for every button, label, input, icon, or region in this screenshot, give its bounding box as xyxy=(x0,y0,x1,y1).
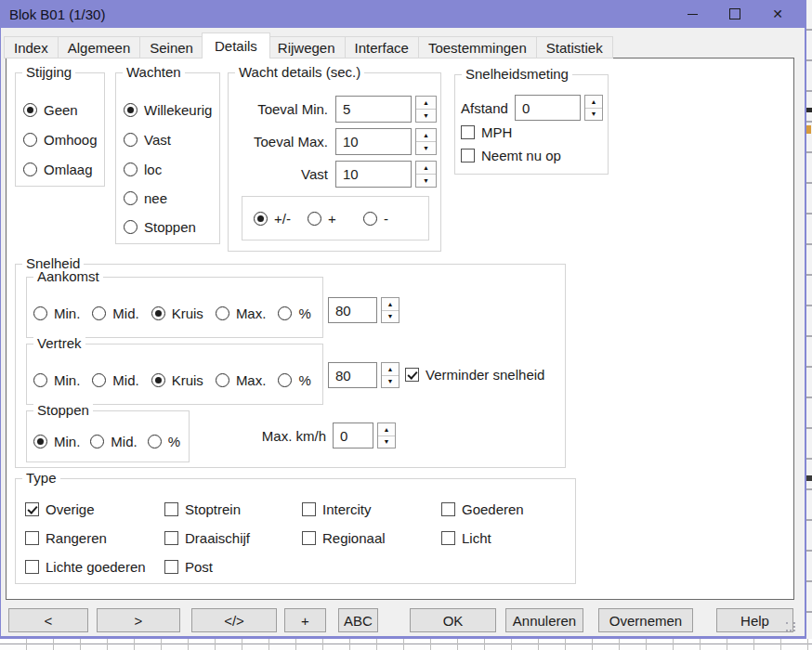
spin-up-button[interactable]: ▲ xyxy=(378,423,395,436)
radio-stoppen-min[interactable]: Min. xyxy=(33,434,80,449)
radio-label: Min. xyxy=(54,434,80,449)
checkbox-regionaal[interactable]: Regionaal xyxy=(302,530,386,546)
stoppen-group-title: Stoppen xyxy=(33,402,93,419)
checkbox-overige[interactable]: Overige xyxy=(25,501,95,517)
radio-loc[interactable]: loc xyxy=(124,162,162,177)
radio-vast[interactable]: Vast xyxy=(124,132,171,148)
close-button[interactable]: ✕ xyxy=(756,0,799,28)
radio-icon xyxy=(23,162,37,176)
checkbox-lichte-goederen[interactable]: Lichte goederen xyxy=(25,559,146,575)
radio-plus-minus[interactable]: +/- xyxy=(254,211,291,227)
spin-down-button[interactable]: ▼ xyxy=(585,109,602,121)
afstand-spinner: 0 ▲ ▼ xyxy=(515,95,603,121)
prev-next-button[interactable]: </> xyxy=(191,608,277,632)
radio-aankomst-min[interactable]: Min. xyxy=(33,306,80,321)
spin-buttons: ▲ ▼ xyxy=(415,128,437,155)
aankomst-speed-input[interactable]: 80 xyxy=(328,297,377,323)
radio-label: Max. xyxy=(236,372,267,388)
spin-down-button[interactable]: ▼ xyxy=(382,376,399,388)
spin-up-button[interactable]: ▲ xyxy=(416,162,436,175)
checkbox-verminder-snelheid[interactable]: Verminder snelheid xyxy=(405,367,544,383)
minimize-button[interactable] xyxy=(671,0,714,28)
tab-details[interactable]: Details xyxy=(202,32,270,58)
help-button[interactable]: Help xyxy=(716,608,793,632)
radio-label: Min. xyxy=(54,372,80,388)
checkbox-licht[interactable]: Licht xyxy=(441,530,491,546)
tab-toestemmingen[interactable]: Toestemmingen xyxy=(419,36,537,58)
wachten-group-title: Wachten xyxy=(123,64,185,81)
close-icon: ✕ xyxy=(772,7,783,20)
radio-stoppen-wachten[interactable]: Stoppen xyxy=(124,219,196,235)
tab-index[interactable]: Index xyxy=(4,36,59,58)
radio-label: Omhoog xyxy=(44,132,98,148)
prev-button[interactable]: < xyxy=(8,608,88,632)
checkbox-rangeren[interactable]: Rangeren xyxy=(25,530,107,546)
radio-minus[interactable]: - xyxy=(363,211,388,227)
resize-grip[interactable] xyxy=(786,622,797,633)
radio-aankomst-pct[interactable]: % xyxy=(278,306,310,321)
spin-down-button[interactable]: ▼ xyxy=(382,311,399,323)
spin-up-button[interactable]: ▲ xyxy=(382,298,399,311)
vast-input[interactable]: 10 xyxy=(335,161,412,188)
vertrek-speed-input[interactable]: 80 xyxy=(328,362,377,388)
abc-button[interactable]: ABC xyxy=(338,608,378,632)
tab-interface[interactable]: Interface xyxy=(346,36,419,58)
apply-button[interactable]: Overnemen xyxy=(598,608,693,632)
toeval-max-input[interactable]: 10 xyxy=(335,128,412,155)
radio-label: loc xyxy=(144,162,162,177)
radio-geen[interactable]: Geen xyxy=(23,102,78,118)
spin-down-button[interactable]: ▼ xyxy=(416,175,436,187)
radio-aankomst-mid[interactable]: Mid. xyxy=(92,306,138,321)
radio-willekeurig[interactable]: Willekeurig xyxy=(124,102,212,118)
wacht-details-group: Wacht details (sec.) Toeval Min. 5 ▲ ▼ T… xyxy=(228,72,441,252)
add-button[interactable]: + xyxy=(284,608,326,632)
afstand-input[interactable]: 0 xyxy=(515,95,581,121)
radio-nee[interactable]: nee xyxy=(124,190,167,206)
spin-down-button[interactable]: ▼ xyxy=(378,436,395,448)
radio-omhoog[interactable]: Omhoog xyxy=(23,132,98,148)
radio-stoppen-pct[interactable]: % xyxy=(148,434,180,449)
checkbox-neemt-nu-op[interactable]: Neemt nu op xyxy=(461,148,561,163)
radio-vertrek-kruis[interactable]: Kruis xyxy=(151,372,203,388)
tab-algemeen[interactable]: Algemeen xyxy=(59,36,141,58)
tab-bar: Index Algemeen Seinen Details Rijwegen I… xyxy=(4,32,613,58)
max-kmh-input[interactable]: 0 xyxy=(333,422,373,448)
spin-up-button[interactable]: ▲ xyxy=(416,97,436,110)
next-button[interactable]: > xyxy=(97,608,180,632)
window-title: Blok B01 (1/30) xyxy=(0,6,105,22)
radio-aankomst-max[interactable]: Max. xyxy=(216,306,267,321)
radio-stoppen-mid[interactable]: Mid. xyxy=(90,434,137,449)
title-bar[interactable]: Blok B01 (1/30) ✕ xyxy=(0,0,806,28)
toeval-max-label: Toeval Max. xyxy=(232,134,328,150)
radio-omlaag[interactable]: Omlaag xyxy=(23,162,93,177)
checkbox-draaischijf[interactable]: Draaischijf xyxy=(164,530,250,546)
spin-down-button[interactable]: ▼ xyxy=(416,142,436,154)
radio-icon xyxy=(33,306,47,320)
radio-label: % xyxy=(298,306,310,321)
tab-seinen[interactable]: Seinen xyxy=(140,36,203,58)
ok-button[interactable]: OK xyxy=(410,608,496,632)
maximize-button[interactable] xyxy=(714,0,756,28)
checkbox-post[interactable]: Post xyxy=(164,559,213,575)
tab-rijwegen[interactable]: Rijwegen xyxy=(268,36,346,58)
radio-vertrek-mid[interactable]: Mid. xyxy=(92,372,138,388)
spin-up-button[interactable]: ▲ xyxy=(416,129,436,142)
tab-statistiek[interactable]: Statistiek xyxy=(537,36,613,58)
radio-plus[interactable]: + xyxy=(308,211,336,227)
checkbox-mph[interactable]: MPH xyxy=(461,124,512,140)
spin-up-button[interactable]: ▲ xyxy=(585,96,602,109)
radio-vertrek-pct[interactable]: % xyxy=(278,372,310,388)
toeval-min-input[interactable]: 5 xyxy=(335,96,412,123)
checkbox-goederen[interactable]: Goederen xyxy=(441,501,524,517)
spin-up-button[interactable]: ▲ xyxy=(382,363,399,376)
radio-label: nee xyxy=(144,190,167,206)
checkbox-intercity[interactable]: Intercity xyxy=(302,501,372,517)
checkbox-label: Intercity xyxy=(322,501,372,517)
radio-vertrek-min[interactable]: Min. xyxy=(33,372,80,388)
checkbox-stoptrein[interactable]: Stoptrein xyxy=(164,501,241,517)
radio-vertrek-max[interactable]: Max. xyxy=(216,372,267,388)
cancel-button[interactable]: Annuleren xyxy=(505,608,583,632)
radio-icon xyxy=(92,373,106,387)
radio-aankomst-kruis[interactable]: Kruis xyxy=(151,306,203,321)
spin-down-button[interactable]: ▼ xyxy=(416,110,436,122)
